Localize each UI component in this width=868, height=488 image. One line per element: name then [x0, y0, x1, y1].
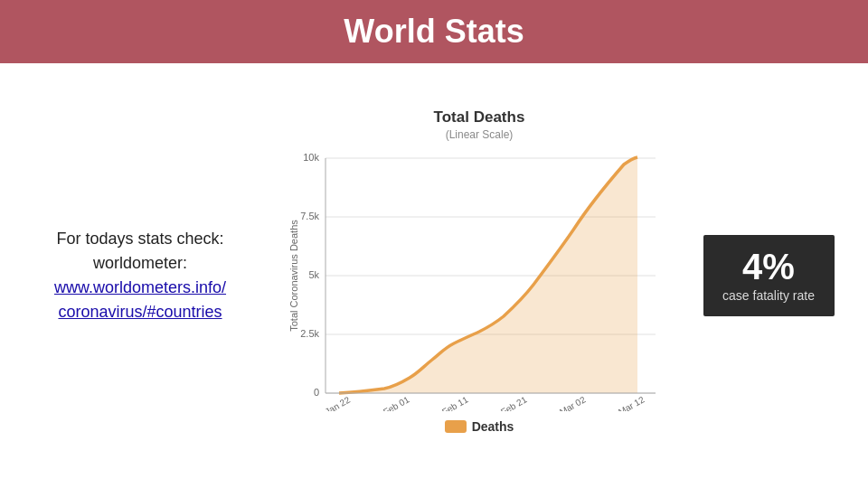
legend-label: Deaths: [472, 419, 514, 434]
stats-line1: For todays stats check:: [56, 230, 223, 248]
left-panel: For todays stats check: worldometer: www…: [27, 227, 262, 324]
legend-icon: [445, 420, 467, 433]
main-content: For todays stats check: worldometer: www…: [0, 63, 868, 488]
stats-description: For todays stats check: worldometer: www…: [27, 227, 253, 324]
svg-text:Total Coronavirus Deaths: Total Coronavirus Deaths: [288, 220, 299, 332]
svg-text:Feb 01: Feb 01: [382, 394, 411, 411]
svg-text:10k: 10k: [303, 152, 319, 163]
svg-text:5k: 5k: [308, 269, 319, 280]
chart-wrapper: Total Deaths (Linear Scale) 10k 7.5k 5k …: [285, 108, 674, 443]
worldometers-link[interactable]: www.worldometers.info/ coronavirus/#coun…: [27, 276, 253, 324]
deaths-chart-svg: 10k 7.5k 5k 2.5k 0 Total Coronavirus Dea…: [285, 145, 674, 411]
svg-text:Jan 22: Jan 22: [323, 394, 352, 411]
stats-line2: worldometer:: [93, 254, 187, 272]
svg-text:0: 0: [314, 387, 319, 398]
page-header: World Stats: [0, 0, 868, 63]
svg-text:Mar 12: Mar 12: [617, 394, 646, 411]
svg-text:7.5k: 7.5k: [300, 211, 319, 221]
stat-box: 4% case fatality rate: [703, 235, 835, 316]
page-title: World Stats: [344, 13, 524, 51]
stat-value: 4%: [742, 249, 795, 285]
chart-legend: Deaths: [285, 419, 674, 434]
svg-text:Feb 21: Feb 21: [499, 394, 529, 411]
chart-area: Total Deaths (Linear Scale) 10k 7.5k 5k …: [262, 108, 696, 443]
right-panel: 4% case fatality rate: [696, 235, 841, 316]
svg-text:Feb 11: Feb 11: [440, 394, 470, 411]
chart-svg: 10k 7.5k 5k 2.5k 0 Total Coronavirus Dea…: [285, 145, 674, 416]
stat-description: case fatality rate: [722, 288, 815, 303]
svg-text:Mar 02: Mar 02: [558, 394, 588, 411]
svg-text:2.5k: 2.5k: [300, 328, 319, 339]
chart-subtitle: (Linear Scale): [285, 128, 674, 141]
chart-title: Total Deaths: [285, 108, 674, 127]
